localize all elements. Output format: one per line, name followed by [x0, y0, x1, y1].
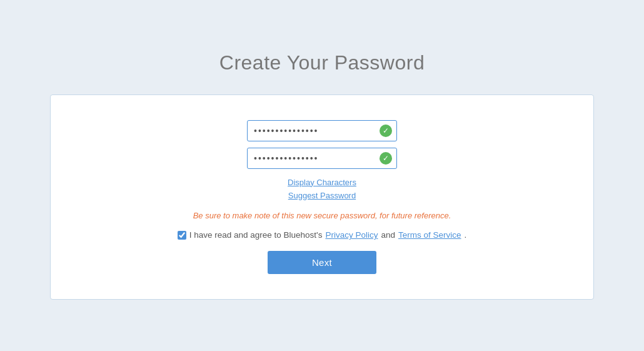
agreement-period: . — [465, 230, 467, 240]
page-title: Create Your Password — [219, 51, 425, 74]
confirm-check-icon: ✓ — [380, 152, 392, 165]
confirm-password-input[interactable] — [247, 148, 397, 169]
password-links: Display Characters Suggest Password — [288, 176, 356, 203]
next-button[interactable]: Next — [268, 251, 376, 274]
password-notice: Be sure to make note of this new secure … — [193, 211, 451, 220]
agreement-checkbox[interactable] — [178, 231, 186, 240]
agreement-and-text: and — [381, 230, 395, 240]
agreement-row: I have read and agree to Bluehost's Priv… — [178, 230, 467, 240]
password-check-icon: ✓ — [380, 125, 392, 137]
password-input[interactable] — [247, 120, 397, 141]
confirm-password-field-wrapper: ✓ — [247, 148, 397, 169]
password-field-wrapper: ✓ — [247, 120, 397, 141]
suggest-password-link[interactable]: Suggest Password — [288, 190, 356, 203]
terms-of-service-link[interactable]: Terms of Service — [398, 230, 461, 240]
display-characters-link[interactable]: Display Characters — [288, 176, 356, 190]
form-card: ✓ ✓ Display Characters Suggest Password … — [50, 94, 594, 300]
agreement-prefix-text: I have read and agree to Bluehost's — [189, 230, 323, 240]
privacy-policy-link[interactable]: Privacy Policy — [325, 230, 378, 240]
